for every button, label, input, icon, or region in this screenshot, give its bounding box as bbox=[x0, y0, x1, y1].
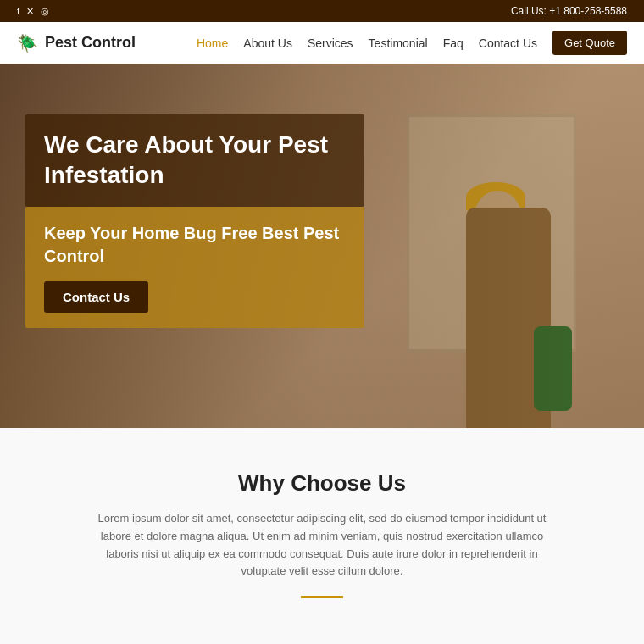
instagram-icon[interactable]: ◎ bbox=[41, 6, 49, 17]
hero-subtitle: Keep Your Home Bug Free Best Pest Contro… bbox=[44, 222, 346, 268]
nav-faq[interactable]: Faq bbox=[443, 36, 464, 50]
navbar: 🪲 Pest Control Home About Us Services Te… bbox=[0, 22, 644, 64]
hero-title: We Care About Your Pest Infestation bbox=[44, 130, 346, 192]
hero-contact-button[interactable]: Contact Us bbox=[44, 281, 148, 313]
phone-number: Call Us: +1 800-258-5588 bbox=[511, 5, 627, 17]
pest-icon: 🪲 bbox=[17, 33, 38, 53]
nav-links: Home About Us Services Testimonial Faq C… bbox=[197, 31, 627, 55]
nav-services[interactable]: Services bbox=[308, 36, 353, 50]
nav-home[interactable]: Home bbox=[197, 36, 228, 50]
hero-subtitle-box: Keep Your Home Bug Free Best Pest Contro… bbox=[25, 207, 364, 328]
logo[interactable]: 🪲 Pest Control bbox=[17, 33, 136, 53]
nav-testimonial[interactable]: Testimonial bbox=[369, 36, 428, 50]
why-title: Why Choose Us bbox=[68, 470, 576, 497]
get-quote-button[interactable]: Get Quote bbox=[552, 31, 627, 55]
hero-title-box: We Care About Your Pest Infestation bbox=[25, 114, 364, 207]
twitter-icon[interactable]: ✕ bbox=[26, 6, 34, 17]
hero-section: We Care About Your Pest Infestation Keep… bbox=[0, 64, 644, 428]
logo-text: Pest Control bbox=[45, 34, 136, 52]
hero-content: We Care About Your Pest Infestation Keep… bbox=[25, 114, 364, 328]
nav-about[interactable]: About Us bbox=[243, 36, 292, 50]
why-choose-section: Why Choose Us Lorem ipsum dolor sit amet… bbox=[0, 428, 644, 644]
social-links[interactable]: f ✕ ◎ bbox=[17, 6, 49, 17]
why-description: Lorem ipsum dolor sit amet, consectetur … bbox=[85, 510, 559, 580]
why-divider bbox=[301, 596, 343, 598]
nav-contact[interactable]: Contact Us bbox=[479, 36, 537, 50]
facebook-icon[interactable]: f bbox=[17, 6, 19, 16]
top-bar: f ✕ ◎ Call Us: +1 800-258-5588 bbox=[0, 0, 644, 22]
